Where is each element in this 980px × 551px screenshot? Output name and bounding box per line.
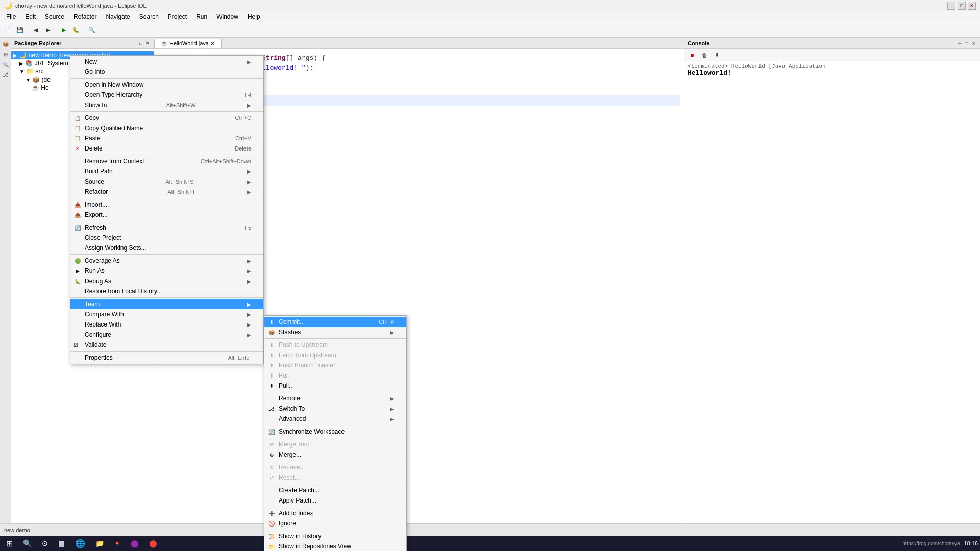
ctx-copy-qualified-name[interactable]: 📋 Copy Qualified Name bbox=[70, 123, 263, 133]
menu-source[interactable]: Source bbox=[41, 12, 68, 21]
console-minimize[interactable]: ─ bbox=[957, 41, 962, 46]
sub-remote[interactable]: Remote ▶ bbox=[264, 393, 406, 404]
sub-add-to-index[interactable]: ➕ Add to Index bbox=[264, 508, 406, 518]
ctx-properties[interactable]: Properties Alt+Enter bbox=[70, 353, 263, 363]
reset-icon: ↺ bbox=[267, 473, 276, 482]
ctx-team[interactable]: Team ▶ bbox=[70, 299, 263, 309]
menu-search[interactable]: Search bbox=[135, 12, 163, 21]
menu-refactor[interactable]: Refactor bbox=[69, 12, 101, 21]
pe-minimize[interactable]: ─ bbox=[132, 40, 137, 46]
menu-help[interactable]: Help bbox=[243, 12, 264, 21]
taskbar-color[interactable]: ✦ bbox=[110, 537, 125, 549]
ctx-delete[interactable]: ✕ Delete Delete bbox=[70, 143, 263, 154]
taskbar-start[interactable]: ⊞ bbox=[2, 537, 17, 549]
ctx-compare-with[interactable]: Compare With ▶ bbox=[70, 309, 263, 319]
console-close[interactable]: ✕ bbox=[971, 41, 977, 46]
ctx-paste[interactable]: 📋 Paste Ctrl+V bbox=[70, 133, 263, 143]
menu-window[interactable]: Window bbox=[212, 12, 242, 21]
copy-qualified-icon: 📋 bbox=[74, 124, 82, 132]
sub-sep-3 bbox=[264, 425, 406, 425]
sub-apply-patch[interactable]: Apply Patch... bbox=[264, 495, 406, 506]
ctx-replace-with[interactable]: Replace With ▶ bbox=[70, 319, 263, 330]
sub-advanced[interactable]: Advanced ▶ bbox=[264, 414, 406, 424]
ctx-import[interactable]: 📥 Import... bbox=[70, 199, 263, 210]
ctx-export[interactable]: 📤 Export... bbox=[70, 210, 263, 220]
ctx-restore-local-history[interactable]: Restore from Local History... bbox=[70, 286, 263, 296]
taskbar-search[interactable]: 🔍 bbox=[19, 537, 36, 549]
taskbar-red[interactable]: ⬤ bbox=[145, 537, 161, 549]
delete-icon: ✕ bbox=[74, 144, 82, 153]
console-clear[interactable]: 🗑 bbox=[699, 49, 710, 61]
side-icon-git[interactable]: ⎇ bbox=[2, 70, 10, 79]
ctx-close-project[interactable]: Close Project bbox=[70, 233, 263, 243]
ctx-debug-as[interactable]: 🐛 Debug As ▶ bbox=[70, 276, 263, 286]
ctx-assign-working-sets[interactable]: Assign Working Sets... bbox=[70, 243, 263, 253]
ctx-configure[interactable]: Configure ▶ bbox=[70, 330, 263, 340]
switch-icon: ⎇ bbox=[267, 405, 276, 413]
console-scroll[interactable]: ⬇ bbox=[711, 49, 722, 61]
pe-maximize[interactable]: □ bbox=[138, 40, 143, 46]
close-button[interactable]: ✕ bbox=[968, 2, 976, 10]
side-icon-packages[interactable]: 📦 bbox=[2, 40, 10, 48]
taskbar-task-view[interactable]: ⊙ bbox=[38, 537, 52, 549]
menu-bar: File Edit Source Refactor Navigate Searc… bbox=[0, 11, 980, 22]
side-icon-hierarchy[interactable]: ⊞ bbox=[2, 50, 10, 58]
ctx-run-as[interactable]: ▶ Run As ▶ bbox=[70, 266, 263, 276]
sub-synchronize-workspace[interactable]: 🔄 Synchronize Workspace bbox=[264, 427, 406, 437]
sub-create-patch[interactable]: Create Patch... bbox=[264, 485, 406, 495]
ctx-open-type-hierarchy[interactable]: Open Type Hierarchy F4 bbox=[70, 90, 263, 100]
toolbar-forward[interactable]: ▶ bbox=[42, 24, 54, 36]
title-controls[interactable]: ─ □ ✕ bbox=[947, 2, 976, 10]
ctx-open-new-window[interactable]: Open in New Window bbox=[70, 80, 263, 90]
taskbar-explorer[interactable]: 📁 bbox=[91, 537, 108, 549]
taskbar-purple[interactable]: ⬤ bbox=[127, 537, 143, 549]
toolbar-save[interactable]: 💾 bbox=[14, 24, 26, 36]
ctx-refactor[interactable]: Refactor Alt+Shift+T ▶ bbox=[70, 187, 263, 197]
toolbar-run[interactable]: ▶ bbox=[58, 24, 69, 36]
ctx-show-in[interactable]: Show In Alt+Shift+W ▶ bbox=[70, 100, 263, 110]
pe-close[interactable]: ✕ bbox=[144, 40, 151, 46]
ctx-coverage-as[interactable]: 🟢 Coverage As ▶ bbox=[70, 256, 263, 266]
toolbar-debug[interactable]: 🐛 bbox=[70, 24, 82, 36]
ctx-refresh[interactable]: 🔄 Refresh F5 bbox=[70, 222, 263, 233]
sub-commit[interactable]: ⬆ Commit... Ctrl+# bbox=[264, 317, 406, 327]
console-controls[interactable]: ─ □ ✕ bbox=[957, 40, 977, 47]
toolbar-new[interactable]: 📄 bbox=[2, 24, 13, 36]
taskbar-multitasking[interactable]: ▦ bbox=[54, 537, 69, 549]
ctx-build-path[interactable]: Build Path ▶ bbox=[70, 166, 263, 177]
maximize-button[interactable]: □ bbox=[958, 2, 966, 10]
sub-merge[interactable]: ⊕ Merge... bbox=[264, 449, 406, 460]
ctx-sep-6 bbox=[70, 254, 263, 255]
taskbar-edge[interactable]: 🌐 bbox=[71, 537, 89, 549]
sub-ignore[interactable]: 🚫 Ignore bbox=[264, 518, 406, 529]
sub-stashes[interactable]: 📦 Stashes ▶ bbox=[264, 327, 406, 337]
sub-show-repos[interactable]: 📁 Show in Repositories View bbox=[264, 541, 406, 551]
ctx-new[interactable]: New ▶ bbox=[70, 57, 263, 67]
sub-merge-tool: ⊕ Merge Tool bbox=[264, 439, 406, 449]
ctx-copy[interactable]: 📋 Copy Ctrl+C bbox=[70, 113, 263, 123]
fetch-upstream-icon: ⬇ bbox=[267, 351, 276, 359]
menu-navigate[interactable]: Navigate bbox=[102, 12, 134, 21]
toolbar-search[interactable]: 🔍 bbox=[86, 24, 97, 36]
status-text: new demo bbox=[4, 527, 30, 533]
editor-tab-helloworld[interactable]: ☕ HelloWorld.java ✕ bbox=[154, 39, 222, 48]
sub-show-history[interactable]: 📜 Show in History bbox=[264, 531, 406, 541]
menu-run[interactable]: Run bbox=[192, 12, 211, 21]
minimize-button[interactable]: ─ bbox=[947, 2, 955, 10]
side-icon-search[interactable]: 🔍 bbox=[2, 60, 10, 68]
console-stop[interactable]: ■ bbox=[687, 49, 698, 61]
console-maximize[interactable]: □ bbox=[964, 41, 969, 46]
menu-file[interactable]: File bbox=[2, 12, 20, 21]
sub-pull-dots[interactable]: ⬇ Pull... bbox=[264, 381, 406, 391]
menu-project[interactable]: Project bbox=[164, 12, 191, 21]
ctx-validate[interactable]: ☑ Validate bbox=[70, 340, 263, 350]
ctx-sep-1 bbox=[70, 78, 263, 79]
ctx-go-into[interactable]: Go Into bbox=[70, 67, 263, 77]
ctx-remove-context[interactable]: Remove from Context Ctrl+Alt+Shift+Down bbox=[70, 156, 263, 166]
console-header: Console ─ □ ✕ bbox=[684, 38, 980, 49]
ctx-source[interactable]: Source Alt+Shift+S ▶ bbox=[70, 177, 263, 187]
toolbar-back[interactable]: ◀ bbox=[30, 24, 41, 36]
package-explorer-controls[interactable]: ─ □ ✕ bbox=[132, 40, 151, 46]
menu-edit[interactable]: Edit bbox=[21, 12, 40, 21]
sub-switch-to[interactable]: ⎇ Switch To ▶ bbox=[264, 404, 406, 414]
